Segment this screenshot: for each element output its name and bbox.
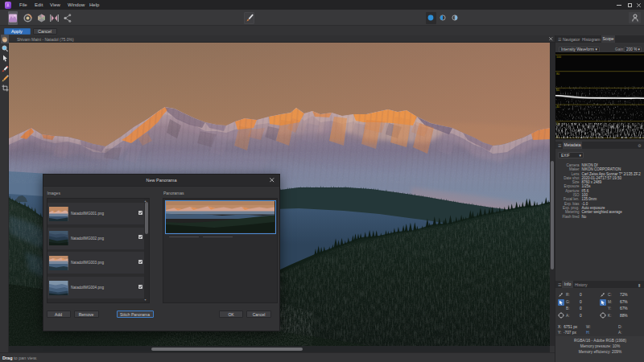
svg-text:80: 80	[556, 72, 559, 76]
svg-text:100: 100	[556, 56, 561, 59]
